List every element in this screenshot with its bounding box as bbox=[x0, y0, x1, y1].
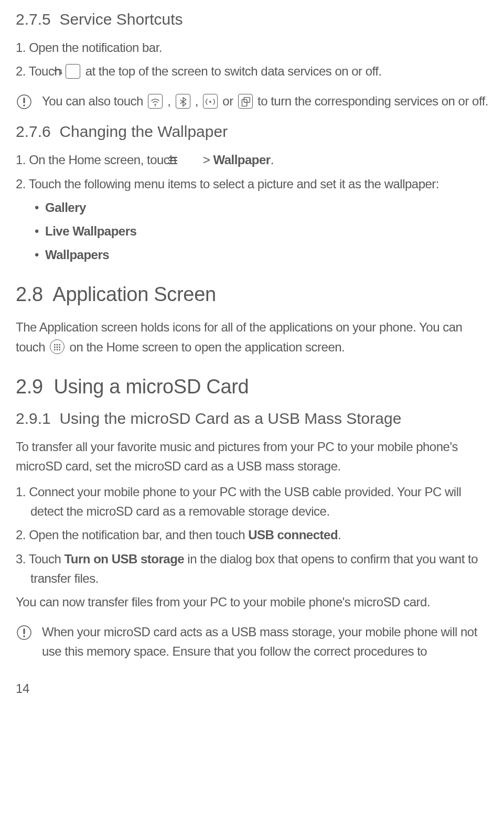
heading-2-8: 2.8 Application Screen bbox=[16, 283, 488, 306]
heading-num: 2.9.1 bbox=[16, 410, 51, 427]
wallpaper-bold: Wallpaper bbox=[213, 153, 270, 167]
step-select-picture: 2. Touch the following menu items to sel… bbox=[16, 174, 488, 194]
step-post: . bbox=[338, 528, 341, 542]
important-icon bbox=[16, 624, 33, 643]
note-icon-wrap bbox=[16, 622, 35, 643]
note-post: to turn the corresponding services on or… bbox=[258, 94, 488, 108]
bullet-gallery: •Gallery bbox=[16, 198, 488, 217]
svg-point-15 bbox=[59, 347, 61, 348]
step-pre: Touch bbox=[29, 552, 65, 566]
note-text: When your microSD card acts as a USB mas… bbox=[35, 622, 488, 661]
step-text: Open the notification bar. bbox=[29, 40, 162, 55]
step-turn-on-usb: 3. Touch Turn on USB storage in the dial… bbox=[16, 549, 488, 588]
bullet-text: Live Wallpapers bbox=[45, 224, 136, 238]
heading-num: 2.9 bbox=[16, 376, 43, 398]
usb-connected-bold: USB connected bbox=[248, 528, 338, 542]
step-touch-data: 2. Touch at the top of the screen to swi… bbox=[16, 61, 488, 81]
p-usb-intro: To transfer all your favorite music and … bbox=[16, 437, 488, 476]
sep: , bbox=[167, 94, 170, 108]
bullet-text: Gallery bbox=[45, 200, 86, 215]
bullet-dot: • bbox=[35, 221, 45, 241]
p-app-screen: The Application screen holds icons for a… bbox=[16, 317, 488, 356]
heading-title: Using the microSD Card as a USB Mass Sto… bbox=[59, 410, 401, 427]
heading-2-7-5: 2.7.5 Service Shortcuts bbox=[16, 10, 488, 28]
svg-point-10 bbox=[54, 344, 56, 346]
svg-point-18 bbox=[59, 349, 61, 350]
bullet-live-wallpapers: •Live Wallpapers bbox=[16, 221, 488, 241]
step-usb-connected: 2. Open the notification bar, and then t… bbox=[16, 525, 488, 544]
svg-point-12 bbox=[59, 344, 61, 346]
bullet-dot: • bbox=[35, 245, 45, 264]
note-text: You can also touch , , or to turn the co… bbox=[35, 91, 488, 111]
turn-on-usb-bold: Turn on USB storage bbox=[64, 552, 184, 566]
step-home-wallpaper: 1. On the Home screen, touch > Wallpaper… bbox=[16, 150, 488, 169]
svg-rect-1 bbox=[24, 98, 25, 103]
step-num: 1. bbox=[16, 485, 26, 499]
svg-point-17 bbox=[57, 349, 58, 350]
page-number: 14 bbox=[16, 681, 488, 696]
gt: > bbox=[203, 153, 210, 167]
step-num: 2. bbox=[16, 528, 26, 542]
step-connect-usb: 1. Connect your mobile phone to your PC … bbox=[16, 482, 488, 521]
step-num: 2. bbox=[16, 64, 26, 78]
step-open-notification: 1. Open the notification bar. bbox=[16, 38, 488, 57]
svg-point-4 bbox=[209, 101, 211, 103]
bullet-wallpapers: •Wallpapers bbox=[16, 245, 488, 264]
step-num: 1. bbox=[16, 153, 26, 167]
heading-num: 2.7.5 bbox=[16, 10, 51, 28]
svg-point-16 bbox=[54, 349, 56, 350]
heading-2-9-1: 2.9.1 Using the microSD Card as a USB Ma… bbox=[16, 410, 488, 427]
note-usb-storage: When your microSD card acts as a USB mas… bbox=[16, 622, 488, 661]
important-icon bbox=[16, 93, 33, 112]
heading-2-7-6: 2.7.6 Changing the Wallpaper bbox=[16, 123, 488, 141]
svg-point-21 bbox=[23, 635, 25, 637]
svg-point-13 bbox=[54, 347, 56, 348]
rotate-icon bbox=[238, 94, 253, 109]
bluetooth-icon bbox=[176, 94, 190, 109]
data-toggle-icon bbox=[66, 64, 80, 79]
step-num: 1. bbox=[16, 40, 26, 55]
bullet-dot: • bbox=[35, 198, 45, 217]
svg-point-14 bbox=[57, 347, 58, 348]
bullet-text: Wallpapers bbox=[45, 248, 109, 262]
step-num: 2. bbox=[16, 177, 26, 191]
p-post: on the Home screen to open the applicati… bbox=[70, 340, 345, 354]
heading-title: Using a microSD Card bbox=[53, 376, 249, 398]
heading-title: Service Shortcuts bbox=[59, 10, 183, 28]
note-icon-wrap bbox=[16, 91, 35, 112]
step-pre: On the Home screen, touch bbox=[29, 153, 176, 167]
sep: , bbox=[195, 94, 198, 108]
step-num: 3. bbox=[16, 552, 26, 566]
step-text: Connect your mobile phone to your PC wit… bbox=[29, 485, 461, 518]
svg-rect-20 bbox=[24, 628, 25, 634]
step-text: Touch the following menu items to select… bbox=[29, 177, 439, 191]
heading-num: 2.7.6 bbox=[16, 123, 51, 140]
heading-title: Changing the Wallpaper bbox=[59, 123, 228, 140]
step-post: at the top of the screen to switch data … bbox=[85, 64, 382, 78]
svg-rect-5 bbox=[242, 99, 246, 106]
step-pre: Open the notification bar, and then touc… bbox=[29, 528, 248, 542]
heading-title: Application Screen bbox=[52, 283, 216, 305]
svg-point-11 bbox=[57, 344, 58, 346]
note-services: You can also touch , , or to turn the co… bbox=[16, 91, 488, 112]
sep: or bbox=[222, 94, 233, 108]
wifi-icon bbox=[148, 94, 163, 109]
heading-num: 2.8 bbox=[16, 283, 43, 305]
note-pre: You can also touch bbox=[42, 94, 143, 108]
menu-icon bbox=[181, 153, 195, 167]
gps-icon bbox=[203, 94, 218, 109]
svg-point-3 bbox=[155, 105, 156, 106]
heading-2-9: 2.9 Using a microSD Card bbox=[16, 376, 488, 398]
p-transfer-files: You can now transfer files from your PC … bbox=[16, 592, 488, 612]
step-post: . bbox=[271, 153, 274, 167]
apps-icon bbox=[50, 339, 65, 354]
svg-point-2 bbox=[23, 105, 25, 107]
